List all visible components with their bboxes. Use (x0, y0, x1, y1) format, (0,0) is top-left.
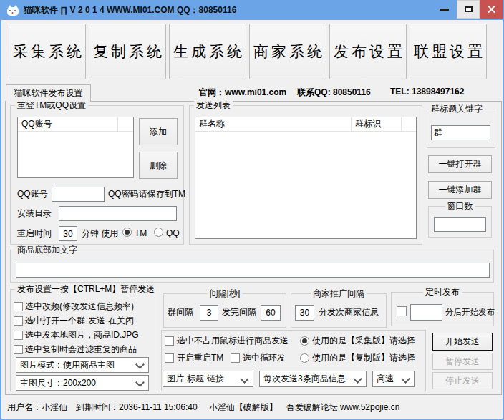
checkbox-loop-send-label: 选中循环发 (243, 353, 286, 363)
checkbox-filter-duplicates[interactable] (14, 345, 23, 354)
window-title: 猫咪软件 ∏ V 2 0 1 4 WWW.MI01.COM QQ：8085011… (24, 4, 236, 16)
timer-group-title: 定时发布 (423, 287, 462, 298)
footer-text-input[interactable] (16, 263, 490, 278)
official-site-text: 官网：www.mi01.com (199, 87, 286, 99)
publish-settings-title: 发布设置一按【CTRL+M】暂停发送 (15, 284, 157, 295)
send-list-group-title: 发送列表 (194, 100, 233, 111)
send-count-select[interactable]: 每次发送3条商品信息 (259, 371, 367, 387)
maximize-icon (465, 6, 472, 12)
group-interval-input[interactable] (200, 305, 218, 321)
group-send-list-header: 群名称 群标识 (195, 117, 416, 132)
checkbox-filter-duplicates-label: 选中复制时会过滤重复的商品 (25, 344, 137, 355)
checkbox-open-one-group[interactable] (14, 316, 23, 326)
picture-mode-select[interactable]: 图片模式：使用商品主图 (16, 357, 149, 373)
radio-collect-version[interactable] (300, 336, 309, 346)
radio-copy-version[interactable] (300, 353, 309, 363)
delete-account-button[interactable]: 删除 (139, 152, 178, 179)
main-picture-size-select[interactable]: 主图尺寸：200x200 (16, 375, 149, 391)
restart-time-label: 重启时间 (17, 228, 52, 239)
status-expire-time: 到期时间：2036-11-11 15:06:40 (76, 401, 198, 414)
install-dir-input[interactable] (59, 206, 177, 221)
start-send-button[interactable]: 开始发送 (432, 333, 493, 351)
cat-app-icon (7, 5, 19, 16)
maximize-button[interactable] (457, 0, 480, 19)
contact-tel-text: TEL: 13898497162 (390, 87, 464, 97)
status-cracked-version: 小淫仙【破解版】 (209, 401, 278, 414)
finish-interval-input[interactable] (261, 305, 281, 321)
chevron-down-icon (240, 374, 249, 384)
qq-account-list[interactable]: QQ账号 (17, 117, 134, 178)
status-bar: 用户名：小淫仙 到期时间：2036-11-11 15:06:40 小淫仙【破解版… (1, 396, 503, 419)
nav-collect-system-button[interactable]: 采集系统 (9, 24, 86, 79)
chevron-down-icon (135, 360, 145, 369)
nav-copy-system-button[interactable]: 复制系统 (89, 24, 166, 79)
merchant-interval-title: 商家推广间隔 (311, 288, 367, 299)
contact-qq-text: 联系QQ: 80850116 (297, 87, 371, 99)
radio-use-qq[interactable] (154, 228, 163, 237)
qq-account-column-header[interactable]: QQ账号 (18, 117, 118, 131)
close-button[interactable] (480, 0, 504, 19)
stop-send-button[interactable]: 停止发送 (432, 372, 493, 389)
send-mode-select[interactable]: 图片-标题-链接 (163, 371, 253, 387)
add-groups-button[interactable]: 一键添加群 (428, 181, 492, 199)
main-picture-size-select-value: 主图尺寸：200x200 (16, 377, 96, 389)
open-groups-button[interactable]: 一键打开群 (428, 155, 492, 173)
chevron-down-icon (135, 378, 145, 387)
merchant-interval-input[interactable] (295, 305, 314, 321)
pause-send-button[interactable]: 暂停发送 (432, 353, 493, 370)
send-mode-select-value: 图片-标题-链接 (163, 373, 224, 385)
qq-account-label: QQ账号 (17, 189, 48, 200)
checkbox-open-one-group-label: 选中打开一个群-发送-在关闭 (25, 316, 134, 326)
relogin-group-title: 重登TM或QQ设置 (15, 100, 88, 111)
qq-account-input[interactable] (52, 187, 105, 202)
checkbox-change-frequency-label: 选中改频(修改发送信息频率) (25, 301, 134, 312)
checkbox-restart-tm[interactable] (165, 353, 174, 363)
speed-select[interactable]: 高速 (372, 371, 415, 387)
checkbox-no-mouse[interactable] (165, 336, 174, 346)
checkbox-loop-send[interactable] (231, 353, 240, 363)
add-account-button[interactable]: 添加 (139, 118, 178, 145)
group-id-column-header[interactable]: 群标识 (352, 117, 402, 131)
nav-alliance-settings-button[interactable]: 联盟设置 (410, 24, 487, 79)
checkbox-change-frequency[interactable] (14, 302, 23, 311)
footer-text-group-title: 商品底部加文字 (15, 245, 79, 255)
status-username: 用户名：小淫仙 (7, 401, 67, 414)
tab-publish-settings[interactable]: 猫咪软件发布设置 (6, 84, 91, 102)
timer-minutes-input[interactable] (410, 304, 442, 321)
chevron-down-icon (353, 374, 362, 384)
radio-use-tm-label: TM (135, 228, 147, 239)
title-bar: 猫咪软件 ∏ V 2 0 1 4 WWW.MI01.COM QQ：8085011… (1, 0, 503, 20)
nav-generate-system-button[interactable]: 生成系统 (169, 24, 246, 79)
restart-time-input[interactable] (59, 226, 77, 241)
group-send-list[interactable]: 群名称 群标识 (195, 117, 417, 239)
checkbox-restart-tm-label: 开启重启TM (177, 353, 223, 363)
minimize-icon (440, 9, 449, 11)
radio-copy-version-label: 使用的是【复制版】请选择 (312, 353, 415, 363)
status-forum-link: 吾爱破解论坛 www.52pojie.cn (286, 401, 400, 414)
checkbox-local-picture-label: 选中发本地图片，商品ID.JPG (25, 330, 139, 341)
picture-mode-select-value: 图片模式：使用商品主图 (16, 359, 115, 371)
qq-password-hint: QQ密码请保存到TM (108, 189, 185, 200)
app-window: 猫咪软件 ∏ V 2 0 1 4 WWW.MI01.COM QQ：8085011… (0, 0, 504, 420)
group-keyword-input[interactable] (431, 125, 490, 140)
send-count-select-value: 每次发送3条商品信息 (260, 373, 346, 385)
checkbox-local-picture[interactable] (14, 331, 23, 340)
restart-time-suffix: 分钟 使用 (82, 228, 118, 239)
group-interval-label: 群间隔 (168, 307, 193, 318)
radio-use-qq-label: QQ (166, 228, 180, 239)
timer-enable-checkbox[interactable] (397, 306, 407, 316)
nav-publish-settings-button[interactable]: 发布设置 (329, 24, 407, 79)
radio-use-tm[interactable] (122, 228, 132, 237)
window-count-input[interactable] (434, 217, 486, 232)
group-name-column-header[interactable]: 群名称 (195, 117, 352, 131)
minimize-button[interactable] (432, 0, 455, 19)
interval-group-title: 间隔[秒] (208, 288, 243, 299)
install-dir-label: 安装目录 (17, 208, 52, 219)
finish-interval-label: 发完间隔 (222, 307, 256, 318)
window-count-title: 窗口数 (445, 201, 475, 212)
merchant-interval-label: 分发次商家信息 (319, 307, 379, 318)
radio-collect-version-label: 使用的是【采集版】请选择 (312, 336, 415, 346)
checkbox-no-mouse-label: 选中不占用鼠标进行商品发送 (177, 336, 289, 346)
nav-merchant-system-button[interactable]: 商家系统 (249, 24, 326, 79)
qq-account-list-header: QQ账号 (18, 117, 133, 132)
